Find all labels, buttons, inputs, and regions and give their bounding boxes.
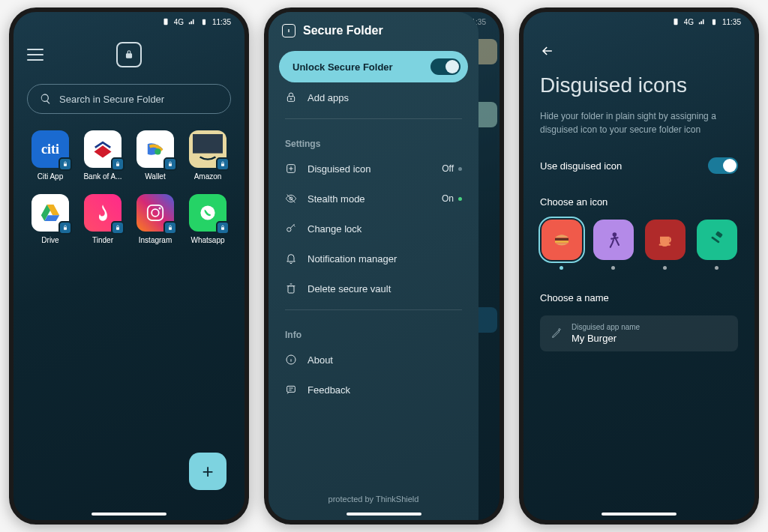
svg-rect-28 — [555, 238, 568, 241]
add-button[interactable]: + — [189, 453, 226, 490]
app-label: Citi App — [38, 172, 63, 181]
drawer-title: Secure Folder — [303, 24, 383, 37]
phone-screen-2-drawer: 4G 11:35 Secure Folder Unlock Secure Fol… — [264, 7, 504, 525]
drive-icon — [32, 194, 69, 232]
lock-badge-icon — [216, 221, 230, 235]
unlock-toggle-row[interactable]: Unlock Secure Folder — [279, 51, 468, 82]
svg-rect-29 — [555, 241, 568, 243]
signal-icon — [188, 18, 196, 25]
svg-rect-23 — [288, 286, 294, 293]
app-instagram[interactable]: Instagram — [132, 194, 178, 244]
menu-add-apps[interactable]: Add apps — [268, 82, 478, 112]
svg-rect-8 — [64, 227, 67, 229]
menu-about[interactable]: About — [268, 345, 478, 375]
svg-rect-31 — [658, 244, 670, 246]
app-whatsapp[interactable]: Whatsapp — [184, 194, 231, 244]
page-description: Hide your folder in plain sight by assig… — [540, 109, 738, 136]
drawer-header: Secure Folder — [268, 19, 478, 48]
home-indicator — [602, 513, 676, 516]
svg-rect-10 — [148, 205, 163, 220]
status-dot-on — [458, 197, 462, 201]
coffee-icon — [645, 220, 686, 260]
svg-rect-33 — [710, 236, 719, 244]
app-wallet[interactable]: Wallet — [132, 130, 178, 181]
svg-rect-3 — [116, 163, 119, 166]
choose-icon-heading: Choose an icon — [540, 196, 738, 208]
icon-option-burger[interactable] — [540, 220, 583, 270]
sim-icon — [162, 18, 170, 25]
settings-heading: Settings — [268, 125, 478, 154]
whatsapp-icon — [189, 194, 226, 232]
home-indicator — [92, 513, 166, 516]
info-heading: Info — [268, 316, 478, 345]
lock-badge-icon — [164, 157, 177, 171]
app-label: Tinder — [92, 236, 113, 244]
burger-icon — [542, 220, 582, 260]
clock: 11:35 — [212, 18, 231, 26]
hammer-icon — [697, 220, 737, 260]
name-field-value: My Burger — [572, 333, 640, 344]
icon-options — [540, 220, 738, 270]
app-citi[interactable]: citi Citi App — [27, 130, 74, 181]
menu-feedback[interactable]: Feedback — [268, 375, 478, 405]
icon-option-hammer[interactable] — [695, 220, 738, 270]
svg-rect-26 — [674, 19, 677, 25]
svg-rect-2 — [64, 163, 67, 166]
divider — [285, 118, 462, 119]
amazon-icon — [189, 130, 226, 168]
use-disguised-toggle-row[interactable]: Use disguised icon — [540, 157, 738, 174]
battery-icon — [710, 18, 718, 25]
search-input[interactable]: Search in Secure Folder — [27, 84, 231, 114]
battery-icon — [200, 18, 208, 25]
search-icon — [40, 93, 52, 105]
lock-badge-icon — [164, 221, 177, 235]
lock-badge-icon — [216, 157, 230, 171]
pencil-icon — [550, 327, 562, 339]
menu-stealth-mode[interactable]: Stealth mode On — [268, 184, 478, 214]
icon-option-coffee[interactable] — [644, 220, 686, 270]
home-indicator — [346, 513, 422, 516]
svg-rect-27 — [712, 19, 716, 25]
unlock-toggle[interactable] — [430, 58, 460, 75]
selected-indicator — [715, 266, 718, 270]
use-disguised-toggle[interactable] — [708, 157, 738, 174]
app-bank-of-america[interactable]: Bank of A... — [80, 130, 126, 181]
svg-rect-13 — [169, 227, 172, 229]
lock-plus-icon — [285, 91, 297, 103]
tinder-icon — [84, 194, 122, 232]
svg-rect-6 — [193, 134, 223, 154]
unlock-label: Unlock Secure Folder — [292, 61, 393, 73]
app-drive[interactable]: Drive — [27, 194, 74, 244]
trash-icon — [285, 282, 297, 294]
menu-notification-manager[interactable]: Notification manager — [268, 244, 478, 273]
arrow-left-icon — [540, 43, 555, 58]
lock-badge-icon — [58, 221, 72, 235]
app-tinder[interactable]: Tinder — [80, 194, 126, 244]
app-amazon[interactable]: Amazon — [184, 130, 231, 181]
menu-disguised-icon[interactable]: Disguised icon Off — [268, 154, 478, 184]
network-label: 4G — [684, 18, 694, 26]
disguise-icon — [285, 163, 297, 175]
svg-point-12 — [159, 208, 161, 210]
svg-rect-1 — [202, 19, 206, 25]
secure-folder-logo — [116, 42, 142, 67]
menu-change-lock[interactable]: Change lock — [268, 214, 478, 244]
icon-option-dance[interactable] — [592, 220, 634, 270]
status-bar: 4G 11:35 — [14, 12, 244, 28]
name-input[interactable]: Disguised app name My Burger — [540, 315, 738, 351]
info-icon — [285, 354, 297, 366]
app-grid: citi Citi App Bank of A... Wallet — [14, 114, 244, 261]
app-label: Instagram — [139, 236, 172, 244]
app-label: Drive — [41, 236, 58, 244]
svg-rect-9 — [116, 227, 119, 229]
svg-rect-32 — [715, 231, 722, 238]
menu-delete-vault[interactable]: Delete secure vault — [268, 273, 478, 303]
back-button[interactable] — [540, 36, 738, 73]
svg-rect-7 — [221, 163, 224, 166]
selected-indicator — [560, 266, 563, 270]
menu-button[interactable] — [27, 49, 44, 61]
svg-rect-5 — [169, 163, 172, 166]
lock-badge-icon — [58, 157, 72, 171]
app-label: Whatsapp — [190, 236, 224, 244]
svg-point-22 — [287, 228, 291, 232]
